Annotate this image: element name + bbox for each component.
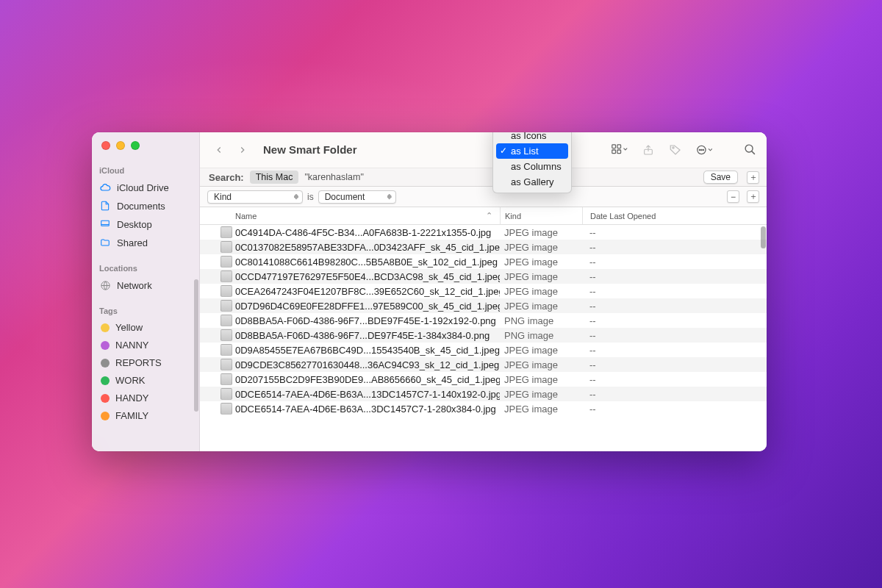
sidebar-item-network[interactable]: Network <box>92 276 199 294</box>
view-menu-item-columns[interactable]: as Columns <box>496 159 568 174</box>
sidebar-item-label: Network <box>117 280 152 291</box>
globe-icon <box>99 279 111 291</box>
view-menu: as Icons as List as Columns as Gallery <box>492 132 572 193</box>
sidebar-item-label: HANDY <box>115 392 149 404</box>
svg-rect-0 <box>101 220 110 226</box>
file-date: -- <box>582 286 767 297</box>
window-controls <box>92 141 199 163</box>
file-thumbnail-icon <box>220 388 232 400</box>
table-row[interactable]: 0C4914DA-C486-4F5C-B34...A0FA683B-1-2221… <box>200 225 767 240</box>
file-list-scrollbar[interactable] <box>761 226 766 270</box>
group-menu-button[interactable] <box>612 144 628 156</box>
desktop-wallpaper: iCloud iCloud Drive Documents Desktop Sh… <box>0 0 882 588</box>
table-row[interactable]: 0D207155BC2D9FE3B90DE9...AB8656660_sk_45… <box>200 372 767 387</box>
sidebar-item-icloud-drive[interactable]: iCloud Drive <box>92 179 199 196</box>
file-kind: JPEG image <box>500 242 582 253</box>
tag-dot-icon <box>101 394 110 403</box>
sidebar-tag-reports[interactable]: REPORTS <box>92 354 199 371</box>
search-label: Search: <box>209 172 244 183</box>
file-name: 0C0137082E58957ABE33DFA...0D3423AFF_sk_4… <box>235 242 500 253</box>
file-list[interactable]: 0C4914DA-C486-4F5C-B34...A0FA683B-1-2221… <box>200 225 767 451</box>
svg-rect-3 <box>617 144 621 148</box>
sidebar-tag-yellow[interactable]: Yellow <box>92 319 199 336</box>
back-button[interactable] <box>210 141 228 159</box>
file-name: 0C4914DA-C486-4F5C-B34...A0FA683B-1-2221… <box>235 227 500 238</box>
sidebar-tag-handy[interactable]: HANDY <box>92 390 199 406</box>
add-criteria-button[interactable]: ＋ <box>747 190 759 203</box>
table-row[interactable]: 0D7D96D4C69E0FE28DFFE1...97E589C00_sk_45… <box>200 298 767 313</box>
remove-criteria-button[interactable]: − <box>727 190 739 203</box>
view-menu-item-gallery[interactable]: as Gallery <box>496 174 568 190</box>
desktop-icon <box>99 218 111 230</box>
table-row[interactable]: 0CCD477197E76297E5F50E4...BCD3AC98_sk_45… <box>200 269 767 284</box>
folder-icon <box>99 237 111 248</box>
sidebar-item-shared[interactable]: Shared <box>92 234 199 251</box>
table-row[interactable]: 0C80141088C6614B98280C...5B5A8B0E_sk_102… <box>200 254 767 269</box>
file-thumbnail-icon <box>220 270 232 282</box>
file-date: -- <box>582 345 767 356</box>
sidebar-tag-work[interactable]: WORK <box>92 372 199 389</box>
table-row[interactable]: 0C0137082E58957ABE33DFA...0D3423AFF_sk_4… <box>200 240 767 254</box>
close-button[interactable] <box>101 141 110 150</box>
zoom-button[interactable] <box>131 141 140 150</box>
share-icon[interactable] <box>642 143 654 157</box>
forward-button[interactable] <box>234 141 251 159</box>
file-thumbnail-icon <box>220 285 232 297</box>
search-scope-user[interactable]: "karenhaslam" <box>304 172 363 182</box>
file-kind: PNG image <box>500 315 582 326</box>
file-thumbnail-icon <box>220 256 232 268</box>
table-row[interactable]: 0CEA2647243F04E1207BF8C...39E652C60_sk_1… <box>200 284 767 298</box>
file-thumbnail-icon <box>220 315 232 326</box>
svg-point-10 <box>701 149 702 150</box>
file-kind: JPEG image <box>500 345 582 356</box>
criteria-value-select[interactable]: Document <box>318 190 396 204</box>
file-kind: JPEG image <box>500 257 582 268</box>
file-name: 0D207155BC2D9FE3B90DE9...AB8656660_sk_45… <box>235 374 500 385</box>
file-thumbnail-icon <box>220 373 232 385</box>
search-icon[interactable] <box>744 143 756 156</box>
search-scope-this-mac[interactable]: This Mac <box>250 171 299 184</box>
table-row[interactable]: 0D8BBA5A-F06D-4386-96F7...BDE97F45E-1-19… <box>200 313 767 328</box>
file-thumbnail-icon <box>220 241 232 253</box>
sidebar-item-label: iCloud Drive <box>117 182 169 193</box>
toolbar: New Smart Folder <box>200 132 767 168</box>
table-row[interactable]: 0D9CDE3C85627701630448...36AC94C93_sk_12… <box>200 357 767 372</box>
column-header-kind[interactable]: Kind <box>500 207 582 224</box>
svg-point-11 <box>703 149 703 150</box>
cloud-icon <box>99 182 111 193</box>
file-name: 0DCE6514-7AEA-4D6E-B63A...3DC1457C7-1-28… <box>235 404 500 415</box>
sidebar-scrollbar[interactable] <box>194 279 198 412</box>
file-thumbnail-icon <box>220 344 232 356</box>
file-date: -- <box>582 242 767 253</box>
sidebar-item-label: Documents <box>117 201 165 212</box>
column-header-date[interactable]: Date Last Opened <box>582 207 767 224</box>
file-date: -- <box>582 330 767 341</box>
svg-point-12 <box>745 145 753 152</box>
sidebar-item-desktop[interactable]: Desktop <box>92 215 199 233</box>
add-scope-button[interactable]: ＋ <box>747 171 759 184</box>
table-row[interactable]: 0DCE6514-7AEA-4D6E-B63A...13DC1457C7-1-1… <box>200 387 767 401</box>
sidebar-tag-nanny[interactable]: NANNY <box>92 337 199 354</box>
table-row[interactable]: 0D8BBA5A-F06D-4386-96F7...DE97F45E-1-384… <box>200 328 767 343</box>
sort-chevron-icon: ⌃ <box>486 211 492 220</box>
sidebar-tag-family[interactable]: FAMILY <box>92 407 199 424</box>
sidebar-item-documents[interactable]: Documents <box>92 197 199 215</box>
column-header-name[interactable]: Name⌃ <box>200 211 500 220</box>
sidebar-item-label: Yellow <box>115 322 143 333</box>
file-date: -- <box>582 404 767 415</box>
action-menu-button[interactable] <box>697 144 714 156</box>
minimize-button[interactable] <box>116 141 125 150</box>
tag-icon[interactable] <box>669 143 682 157</box>
view-menu-item-icons[interactable]: as Icons <box>496 132 568 143</box>
criteria-attribute-select[interactable]: Kind <box>207 190 303 204</box>
svg-rect-4 <box>612 150 616 154</box>
table-row[interactable]: 0D9A85455E7EA67B6BC49D...15543540B_sk_45… <box>200 343 767 357</box>
table-row[interactable]: 0DCE6514-7AEA-4D6E-B63A...3DC1457C7-1-28… <box>200 401 767 416</box>
file-kind: JPEG image <box>500 301 582 312</box>
file-kind: PNG image <box>500 330 582 341</box>
save-button[interactable]: Save <box>703 171 738 184</box>
file-thumbnail-icon <box>220 300 232 312</box>
file-name: 0D7D96D4C69E0FE28DFFE1...97E589C00_sk_45… <box>235 301 500 312</box>
file-kind: JPEG image <box>500 286 582 297</box>
view-menu-item-list[interactable]: as List <box>496 143 568 159</box>
